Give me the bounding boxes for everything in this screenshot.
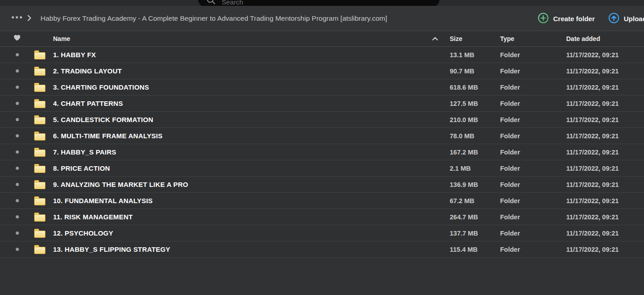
file-type: Folder	[500, 116, 566, 123]
file-date-added: 11/17/2022, 09:21	[566, 213, 644, 221]
column-header-type[interactable]: Type	[500, 35, 566, 42]
folder-icon	[34, 148, 45, 157]
create-folder-button[interactable]: Create folder	[538, 6, 595, 31]
file-date-added: 11/17/2022, 09:21	[566, 132, 644, 140]
file-type: Folder	[500, 197, 566, 204]
table-row[interactable]: 2. TRADING LAYOUT 90.7 MB Folder 11/17/2…	[0, 63, 644, 79]
file-date-added: 11/17/2022, 09:21	[566, 149, 644, 156]
folder-icon	[34, 245, 45, 254]
file-date-added: 11/17/2022, 09:21	[566, 181, 644, 188]
file-name: 3. CHARTING FOUNDATIONS	[53, 83, 149, 91]
chevron-right-icon	[27, 15, 31, 23]
file-size: 137.7 MB	[450, 230, 500, 237]
table-row[interactable]: 3. CHARTING FOUNDATIONS 618.6 MB Folder …	[0, 79, 644, 95]
file-date-added: 11/17/2022, 09:21	[566, 165, 644, 172]
row-marker-dot	[16, 199, 19, 202]
row-marker-dot	[16, 231, 19, 235]
column-header-date-added[interactable]: Date added	[566, 35, 644, 42]
column-header-size[interactable]: Size	[450, 35, 500, 42]
create-folder-label: Create folder	[553, 15, 595, 23]
file-size: 136.9 MB	[450, 181, 500, 188]
row-marker-dot	[16, 215, 19, 218]
row-marker-dot	[16, 69, 19, 73]
table-row[interactable]: 10. FUNDAMENTAL ANALYSIS 67.2 MB Folder …	[0, 193, 644, 209]
table-header-row: Name Size Type Date added	[0, 31, 644, 47]
column-header-name[interactable]: Name	[53, 35, 70, 42]
file-name: 7. HABBY_S PAIRS	[53, 148, 116, 156]
table-row[interactable]: 5. CANDLESTICK FORMATION 210.0 MB Folder…	[0, 112, 644, 128]
file-name: 11. RISK MANAGEMENT	[53, 213, 133, 221]
file-date-added: 11/17/2022, 09:21	[566, 246, 644, 253]
row-marker-dot	[16, 183, 19, 186]
file-list: 1. HABBY FX 13.1 MB Folder 11/17/2022, 0…	[0, 47, 644, 258]
file-name: 6. MULTI-TIME FRAME ANALYSIS	[53, 132, 162, 140]
file-type: Folder	[500, 51, 566, 59]
file-date-added: 11/17/2022, 09:21	[566, 197, 644, 204]
file-name: 9. ANALYZING THE MARKET LIKE A PRO	[53, 181, 188, 188]
upload-label: Upload	[624, 15, 644, 23]
plus-circle-icon	[538, 13, 549, 25]
breadcrumb-menu-button[interactable]	[12, 16, 22, 18]
file-size: 90.7 MB	[450, 68, 500, 75]
folder-icon	[34, 83, 45, 92]
table-row[interactable]: 6. MULTI-TIME FRAME ANALYSIS 78.0 MB Fol…	[0, 128, 644, 144]
table-row[interactable]: 12. PSYCHOLOGY 137.7 MB Folder 11/17/202…	[0, 225, 644, 241]
file-name: 2. TRADING LAYOUT	[53, 67, 122, 75]
row-marker-dot	[16, 86, 19, 89]
file-size: 115.4 MB	[450, 246, 500, 253]
file-type: Folder	[500, 100, 566, 107]
table-row[interactable]: 8. PRICE ACTION 2.1 MB Folder 11/17/2022…	[0, 160, 644, 177]
row-marker-dot	[16, 134, 19, 137]
file-name: 4. CHART PATTERNS	[53, 100, 123, 107]
file-type: Folder	[500, 68, 566, 75]
file-size: 67.2 MB	[450, 197, 500, 204]
folder-icon	[34, 67, 45, 76]
file-size: 2.1 MB	[450, 165, 500, 172]
folder-icon	[34, 229, 45, 238]
row-marker-dot	[16, 150, 19, 154]
file-manager-page: { "search": { "placeholder": "Search" },…	[0, 0, 644, 295]
sort-ascending-icon[interactable]	[432, 37, 438, 41]
file-size: 13.1 MB	[450, 51, 500, 59]
file-name: 10. FUNDAMENTAL ANALYSIS	[53, 197, 153, 204]
table-row[interactable]: 7. HABBY_S PAIRS 167.2 MB Folder 11/17/2…	[0, 144, 644, 160]
file-size: 210.0 MB	[450, 116, 500, 123]
file-date-added: 11/17/2022, 09:21	[566, 68, 644, 75]
row-marker-dot	[16, 167, 19, 170]
folder-icon	[34, 132, 45, 141]
folder-icon	[34, 115, 45, 124]
file-size: 127.5 MB	[450, 100, 500, 107]
table-row[interactable]: 4. CHART PATTERNS 127.5 MB Folder 11/17/…	[0, 95, 644, 112]
row-marker-dot	[16, 102, 19, 105]
file-type: Folder	[500, 84, 566, 91]
file-size: 618.6 MB	[450, 84, 500, 91]
folder-icon	[34, 196, 45, 205]
file-size: 78.0 MB	[450, 132, 500, 140]
table-row[interactable]: 9. ANALYZING THE MARKET LIKE A PRO 136.9…	[0, 177, 644, 193]
file-type: Folder	[500, 230, 566, 237]
top-toolbar-strip: Search	[0, 0, 644, 6]
file-type: Folder	[500, 165, 566, 172]
file-date-added: 11/17/2022, 09:21	[566, 116, 644, 123]
file-type: Folder	[500, 132, 566, 140]
folder-icon	[34, 50, 45, 59]
upload-button[interactable]: Upload	[608, 6, 644, 31]
file-name: 5. CANDLESTICK FORMATION	[53, 116, 153, 123]
favourite-column-header[interactable]	[0, 35, 34, 43]
folder-icon	[34, 99, 45, 108]
file-name: 1. HABBY FX	[53, 51, 96, 59]
file-date-added: 11/17/2022, 09:21	[566, 51, 644, 59]
file-type: Folder	[500, 149, 566, 156]
folder-icon	[34, 164, 45, 173]
table-row[interactable]: 1. HABBY FX 13.1 MB Folder 11/17/2022, 0…	[0, 47, 644, 63]
file-date-added: 11/17/2022, 09:21	[566, 230, 644, 237]
folder-icon	[34, 213, 45, 222]
file-name: 13. HABBY_S FLIPPING STRATEGY	[53, 245, 170, 253]
row-marker-dot	[16, 53, 19, 56]
file-type: Folder	[500, 213, 566, 221]
table-row[interactable]: 13. HABBY_S FLIPPING STRATEGY 115.4 MB F…	[0, 241, 644, 258]
file-size: 264.7 MB	[450, 213, 500, 221]
file-type: Folder	[500, 246, 566, 253]
table-row[interactable]: 11. RISK MANAGEMENT 264.7 MB Folder 11/1…	[0, 209, 644, 225]
breadcrumb-bar: Habby Forex Trading Academy - A Complete…	[0, 6, 644, 31]
